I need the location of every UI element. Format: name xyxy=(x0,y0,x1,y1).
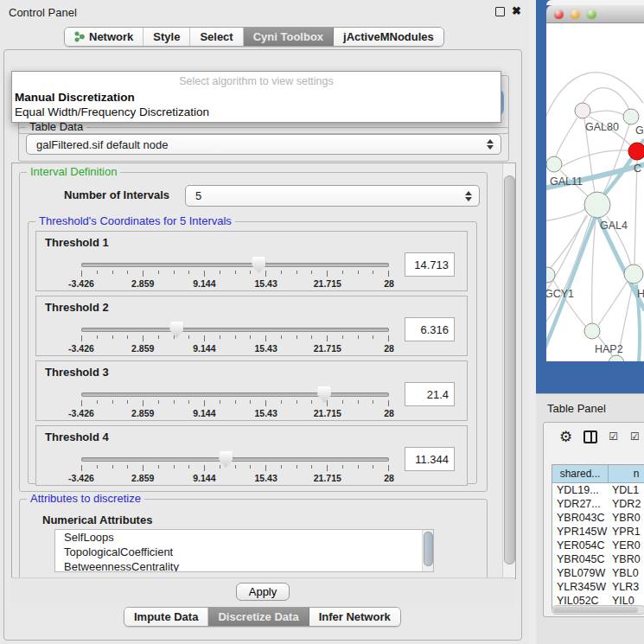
list-scrollbar[interactable] xyxy=(422,530,433,571)
threshold-3-slider[interactable]: -3.4262.8599.14415.4321.71528 xyxy=(81,387,389,418)
float-window-icon[interactable] xyxy=(495,7,505,16)
table-row[interactable]: YPR145WYPR1 xyxy=(552,525,644,539)
threshold-1-slider[interactable]: -3.4262.8599.14415.4321.71528 xyxy=(81,258,389,289)
settings-scroll-area: Interval Definition Number of Intervals … xyxy=(11,163,516,579)
table-cell: YPR145W xyxy=(552,525,608,539)
table-row[interactable]: YLR345WYLR3 xyxy=(552,580,644,594)
settings-scrollbar[interactable] xyxy=(502,163,515,578)
scale-label: 15.43 xyxy=(254,473,277,483)
table-hscrollbar-thumb[interactable] xyxy=(553,607,638,613)
network-canvas[interactable]: GAL80GACGAL11GAL4GCY1HHAP2 xyxy=(546,23,644,361)
threshold-4-value-field[interactable]: 11.344 xyxy=(405,447,455,471)
attributes-group: Attributes to discretize Numerical Attri… xyxy=(19,499,488,579)
tab-style[interactable]: Style xyxy=(143,28,190,46)
slider-scale: -3.4262.8599.14415.4321.71528 xyxy=(81,473,389,483)
split-columns-icon[interactable] xyxy=(583,430,597,443)
network-node-ga[interactable] xyxy=(623,109,639,124)
settings-scrollbar-thumb[interactable] xyxy=(504,175,515,564)
threshold-2-value-field[interactable]: 6.316 xyxy=(405,317,455,341)
table-cell: YLR3 xyxy=(608,580,644,594)
attribute-item-selfloops[interactable]: SelfLoops xyxy=(55,530,433,545)
table-panel-toolbar: ⚙☑☑ xyxy=(544,423,644,450)
tab-select[interactable]: Select xyxy=(190,28,243,46)
node-table: shared...n YDL19...YDL1YDR27...YDR2YBR04… xyxy=(552,464,644,609)
slider-track xyxy=(81,263,389,267)
number-of-intervals-combobox[interactable]: 5 xyxy=(185,185,480,207)
network-edge xyxy=(556,118,577,156)
threshold-panel-2: Threshold 2-3.4262.8599.14415.4321.71528… xyxy=(35,296,468,356)
attribute-item-topologicalcoefficient[interactable]: TopologicalCoefficient xyxy=(55,545,433,559)
algorithm-dropdown-popup: Select algorithm to view settings Manual… xyxy=(11,71,501,123)
threshold-label: Threshold 1 xyxy=(45,236,109,249)
slider-ticks xyxy=(81,400,389,406)
table-cell: YLR345W xyxy=(552,580,608,594)
gear-icon[interactable]: ⚙ xyxy=(559,430,572,444)
network-node-c[interactable] xyxy=(628,143,644,160)
table-row[interactable]: YDR27...YDR2 xyxy=(552,497,644,511)
scale-label: 21.715 xyxy=(314,473,341,483)
cyni-bottom-tabs: Impute DataDiscretize DataInfer Network xyxy=(124,607,401,627)
table-row[interactable]: YDL19...YDL1 xyxy=(552,483,644,497)
table-hscrollbar[interactable] xyxy=(552,605,644,615)
checkbox-icon[interactable]: ☑ xyxy=(630,430,641,443)
column-header-n[interactable]: n xyxy=(609,465,644,483)
tab-impute-data[interactable]: Impute Data xyxy=(124,608,208,626)
scale-label: 21.715 xyxy=(314,408,341,418)
tab-infer-network[interactable]: Infer Network xyxy=(309,608,400,626)
scale-label: 28 xyxy=(384,278,394,289)
scale-label: 28 xyxy=(384,343,394,354)
table-cell: YDL1 xyxy=(608,483,644,497)
network-node-gal80[interactable] xyxy=(575,103,590,118)
attribute-item-betweennesscentrality[interactable]: BetweennessCentrality xyxy=(55,559,433,572)
zoom-traffic-light-icon[interactable] xyxy=(587,10,596,19)
network-node-hap2[interactable] xyxy=(584,323,600,339)
table-row[interactable]: YBR043CYBR0 xyxy=(552,511,644,525)
table-row[interactable]: YER054CYER0 xyxy=(552,539,644,552)
tab-cyni-toolbox[interactable]: Cyni Toolbox xyxy=(244,28,334,46)
scale-label: 2.859 xyxy=(131,473,154,483)
tab-network[interactable]: Network xyxy=(65,28,143,46)
numerical-attributes-list[interactable]: SelfLoopsTopologicalCoefficientBetweenne… xyxy=(54,529,434,572)
slider-track xyxy=(81,457,389,462)
network-edge xyxy=(546,208,586,222)
table-panel-title: Table Panel xyxy=(547,402,606,415)
table-cell: YBR0 xyxy=(608,511,644,525)
network-edge xyxy=(592,218,596,323)
table-data-combobox-value: galFiltered.sif default node xyxy=(36,138,168,151)
tab-label: Style xyxy=(153,30,180,43)
table-panel-window: ⚙☑☑ shared...n YDL19...YDL1YDR27...YDR2Y… xyxy=(543,422,644,617)
number-of-intervals-label: Number of Intervals xyxy=(64,188,169,201)
checkbox-icon[interactable]: ☑ xyxy=(609,430,619,443)
table-row[interactable]: YBL079WYBL0 xyxy=(552,566,644,580)
tab-discretize-data[interactable]: Discretize Data xyxy=(208,608,309,626)
network-view-window: GAL80GACGAL11GAL4GCY1HHAP2 xyxy=(536,0,644,393)
threshold-4-slider[interactable]: -3.4262.8599.14415.4321.71528 xyxy=(81,452,389,483)
popup-item-equal-width-frequency-discretization[interactable]: Equal Width/Frequency Discretization xyxy=(12,105,501,119)
minimize-traffic-light-icon[interactable] xyxy=(571,10,580,19)
attributes-group-title: Attributes to discretize xyxy=(27,492,144,505)
apply-button[interactable]: Apply xyxy=(236,583,290,601)
network-node-gal11[interactable] xyxy=(546,156,562,172)
list-scrollbar-thumb[interactable] xyxy=(424,532,433,566)
tab-label: Network xyxy=(89,30,133,43)
scale-label: 28 xyxy=(384,473,394,483)
threshold-3-value-field[interactable]: 21.4 xyxy=(405,382,455,406)
table-data-combobox[interactable]: galFiltered.sif default node xyxy=(26,134,501,155)
scale-label: 28 xyxy=(384,408,394,418)
network-edge xyxy=(634,160,637,265)
screen: Control Panel ✖ NetworkStyleSelectCyni T… xyxy=(0,0,644,644)
scale-label: -3.426 xyxy=(68,343,94,354)
close-traffic-light-icon[interactable] xyxy=(554,10,564,19)
close-icon[interactable]: ✖ xyxy=(512,4,521,17)
column-header-shared[interactable]: shared... xyxy=(552,465,609,483)
network-node[interactable] xyxy=(609,355,624,361)
network-node-gal4[interactable] xyxy=(584,192,610,218)
network-node-h[interactable] xyxy=(624,265,643,284)
threshold-2-slider[interactable]: -3.4262.8599.14415.4321.71528 xyxy=(81,322,389,354)
table-row[interactable]: YBR045CYBR0 xyxy=(552,552,644,566)
threshold-panel-4: Threshold 4-3.4262.8599.14415.4321.71528… xyxy=(35,425,468,486)
network-window-titlebar[interactable] xyxy=(546,5,644,23)
threshold-1-value-field[interactable]: 14.713 xyxy=(405,252,455,277)
tab-jactivemnodules[interactable]: jActiveMNodules xyxy=(334,28,443,46)
popup-item-manual-discretization[interactable]: Manual Discretization xyxy=(12,90,501,105)
